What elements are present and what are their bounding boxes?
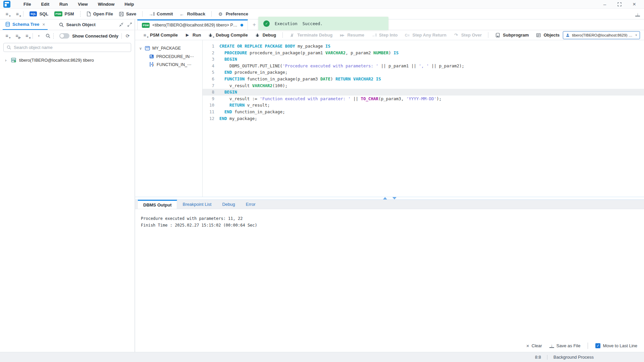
bottom-tab-bar: DBMS OutputBreakpoint ListDebugError [135, 200, 644, 209]
refresh-tree-icon[interactable]: ⟳ [125, 33, 130, 39]
chevron-down-icon[interactable]: ∨ [139, 46, 143, 51]
rollback-button[interactable]: ← Rollback [176, 10, 208, 18]
objects-icon [536, 33, 541, 38]
debug-button[interactable]: Debug [251, 33, 279, 38]
bottom-tab-error[interactable]: Error [240, 200, 261, 209]
remove-connection-icon[interactable]: ≡× [24, 33, 30, 39]
menu-file[interactable]: File [18, 1, 36, 8]
panel-splitter[interactable] [135, 197, 644, 200]
line-number[interactable]: 5 [203, 69, 219, 76]
cursor-position: 8:8 [535, 355, 541, 360]
subprogram-item-label: FUNCTION_IN_⋯ [157, 62, 191, 67]
close-editor-icon[interactable]: ≡× [14, 11, 20, 17]
sql-editor-button[interactable]: SQL SQL [26, 10, 51, 17]
collapse-down-icon[interactable] [392, 197, 396, 199]
line-number[interactable]: 1 [203, 43, 219, 50]
menu-help[interactable]: Help [119, 1, 139, 8]
app-window: FileEditRunViewWindowHelp – × ≡+ ≡× SQL … [0, 0, 644, 362]
toast-notification: ✓ Execution Succeed. [258, 17, 388, 30]
sidebar-toolbar: ≡+ ≡⟳ ≡× ⌄⌄ Show Connected Only ⟳ [0, 30, 135, 42]
subprogram-button[interactable]: Subprogram [491, 33, 532, 38]
commit-label: Commit [157, 11, 173, 16]
line-number[interactable]: 9 [203, 96, 219, 102]
menu-window[interactable]: Window [93, 1, 120, 8]
subprogram-item-label: PROCEDURE_IN⋯ [156, 54, 194, 59]
line-number[interactable]: 8 [203, 89, 219, 96]
line-number[interactable]: 11 [203, 109, 219, 115]
bottom-panel: DBMS OutputBreakpoint ListDebugError Pro… [135, 200, 644, 352]
step-over-button: ↷ Step Over [450, 33, 485, 38]
new-editor-icon[interactable]: ≡+ [4, 11, 10, 17]
step-over-icon: ↷ [453, 33, 459, 38]
bottom-tab-breakpoint-list[interactable]: Breakpoint List [177, 200, 217, 209]
code-text: v_result VARCHAR2(100); [219, 82, 287, 89]
sql-icon: SQL [30, 11, 37, 16]
line-number[interactable]: 10 [203, 102, 219, 109]
bottom-tab-dbms-output[interactable]: DBMS Output [138, 200, 177, 209]
code-text: CREATE OR REPLACE PACKAGE BODY my_packag… [219, 43, 330, 50]
save-button[interactable]: Save [116, 10, 139, 17]
bug-icon [255, 33, 260, 38]
line-number[interactable]: 2 [203, 50, 219, 56]
database-icon [5, 22, 10, 27]
code-line: 12END my_package; [203, 115, 644, 122]
open-file-button[interactable]: Open File [84, 10, 116, 17]
menu-edit[interactable]: Edit [36, 1, 54, 8]
commit-button[interactable]: → Commit [146, 10, 176, 18]
collapse-up-icon[interactable] [383, 197, 387, 199]
save-as-file-button[interactable]: ↓ Save as File [549, 343, 581, 348]
preference-button[interactable]: ⚙ Preference [215, 10, 251, 18]
chevron-right-icon[interactable]: › [5, 58, 8, 63]
subprogram-item[interactable]: PROCEDURE_IN⋯ [135, 52, 202, 60]
maximize-button[interactable] [617, 2, 622, 7]
debug-compile-button[interactable]: + Debug Compile [204, 33, 251, 38]
psm-compile-button[interactable]: ≡+ PSM Compile [139, 33, 181, 38]
dbms-output-content: Procedure executed with parameters: 11, … [135, 209, 644, 339]
connection-select[interactable]: tibero(TIBERO@localhost:8629) tibero ▾ [563, 31, 640, 39]
schema-tree: › tibero(TIBERO@localhost:8629) tibero [0, 55, 135, 352]
code-line: 4 DBMS_OUTPUT.PUT_LINE('Procedure execut… [203, 63, 644, 69]
psm-editor-button[interactable]: PSM PSM [51, 10, 77, 17]
output-actions: × Clear ↓ Save as File ✓ Move to Last Li… [135, 339, 644, 352]
psm-toolbar: ≡+ PSM Compile ▶ Run + Debug Compile Deb… [135, 30, 644, 40]
line-number[interactable]: 6 [203, 76, 219, 82]
code-text: END function_in_package; [219, 109, 285, 115]
show-connected-toggle[interactable] [59, 33, 69, 39]
menu-run[interactable]: Run [54, 1, 73, 8]
collapse-all-icon[interactable]: ⌄⌄ [36, 33, 42, 39]
editor-tab-psm1[interactable]: PSM <tibero(TIBERO@localhost:8629) tiber… [137, 19, 248, 30]
show-connected-label: Show Connected Only [72, 34, 118, 39]
run-button[interactable]: ▶ Run [181, 33, 204, 38]
clear-button[interactable]: × Clear [526, 343, 542, 349]
line-number[interactable]: 7 [203, 82, 219, 89]
collapse-panel-icon[interactable] [119, 22, 123, 27]
code-text: RETURN v_result; [219, 102, 270, 109]
bottom-tab-debug[interactable]: Debug [217, 200, 240, 209]
move-to-last-line-option[interactable]: ✓ Move to Last Line [595, 343, 637, 348]
code-editor[interactable]: 1CREATE OR REPLACE PACKAGE BODY my_packa… [203, 40, 644, 197]
close-button[interactable]: × [632, 2, 637, 7]
close-tab-icon[interactable]: × [42, 22, 45, 27]
subprogram-item[interactable]: ∨MY_PACKAGE [135, 44, 202, 52]
checkbox-checked-icon[interactable]: ✓ [595, 343, 600, 348]
object-search-input[interactable] [14, 45, 128, 50]
compile-icon: ≡+ [142, 33, 148, 38]
line-number[interactable]: 3 [203, 56, 219, 63]
find-in-tree-icon[interactable] [46, 34, 50, 38]
line-number[interactable]: 12 [203, 115, 219, 122]
connection-tree-item[interactable]: › tibero(TIBERO@localhost:8629) tibero [0, 56, 135, 64]
edit-connection-icon[interactable]: ≡⟳ [14, 33, 20, 39]
line-number[interactable]: 4 [203, 63, 219, 69]
add-connection-icon[interactable]: ≡+ [4, 33, 10, 39]
expand-panel-icon[interactable] [127, 22, 132, 27]
package-icon [145, 46, 150, 51]
minimize-button[interactable]: – [602, 2, 607, 7]
code-line: 9 v_result := 'Function executed with pa… [203, 96, 644, 102]
tab-search-object[interactable]: Search Object [56, 19, 98, 30]
menu-view[interactable]: View [73, 1, 93, 8]
code-text: END procedure_in_package; [219, 69, 287, 76]
subprogram-item[interactable]: FUNCTION_IN_⋯ [135, 60, 202, 68]
export-download-icon[interactable]: ↓ [635, 12, 640, 16]
tab-schema-tree[interactable]: Schema Tree × [3, 19, 48, 30]
objects-button[interactable]: Objects [532, 33, 563, 38]
